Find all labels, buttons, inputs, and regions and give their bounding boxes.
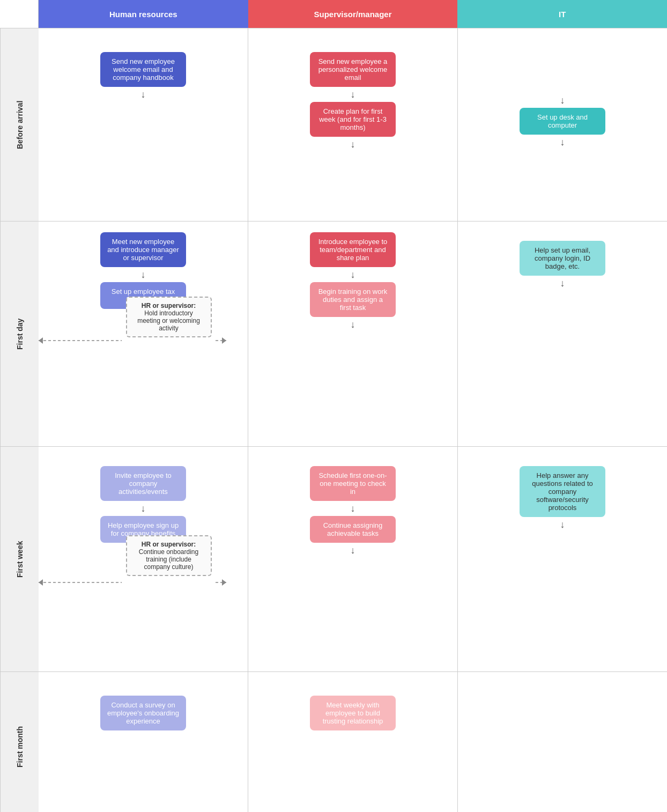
row-label-firstweek: First week: [0, 447, 39, 671]
row-label-before-text: Before arrival: [16, 100, 24, 149]
section-first-week: First week Invite employee to company ac…: [0, 446, 667, 671]
col-it-before: ↓ Set up desk and computer ↓: [458, 28, 667, 221]
arrow-sup-firstweek-2: ↓: [351, 543, 355, 558]
arrow-hr-firstweek-2: ↓: [141, 543, 146, 558]
box-it-before-1-text: Set up desk and computer: [537, 113, 588, 129]
col-sup-firstweek: Schedule first one-on-one meeting to che…: [248, 447, 458, 671]
row-label-firstday-text: First day: [16, 318, 24, 349]
box-sup-firstmonth-1-text: Meet weekly with employee to build trust…: [323, 701, 383, 725]
box-sup-firstmonth-1: Meet weekly with employee to build trust…: [310, 696, 396, 730]
col-it-firstday: Help set up email, company login, ID bad…: [458, 222, 667, 446]
header-hr-label: Human resources: [109, 10, 177, 19]
box-hr-before-1: Send new employee welcome email and comp…: [100, 52, 186, 87]
diagram-container: Human resources Supervisor/manager IT Be…: [0, 0, 667, 812]
box-sup-before-1: Send new employee a personalized welcome…: [310, 52, 396, 87]
header-sup-label: Supervisor/manager: [314, 10, 391, 19]
box-sup-firstweek-2: Continue assigning achievable tasks: [310, 516, 396, 543]
section-before-arrival: Before arrival Send new employee welcome…: [0, 28, 667, 221]
header-sup: Supervisor/manager: [248, 0, 458, 28]
box-hr-firstweek-2-text: Help employee sign up for company benefi…: [108, 521, 179, 537]
box-hr-firstweek-1-text: Invite employee to company activities/ev…: [115, 471, 172, 496]
row-label-before: Before arrival: [0, 28, 39, 221]
arrow-it-firstweek-1: ↓: [560, 517, 565, 532]
box-it-firstday-1-text: Help set up email, company login, ID bad…: [535, 246, 590, 270]
box-sup-firstweek-1: Schedule first one-on-one meeting to che…: [310, 466, 396, 501]
arrow-it-before-2: ↓: [560, 135, 565, 150]
arrow-hr-firstday-1: ↓: [141, 267, 146, 282]
box-it-firstweek-1: Help answer any questions related to com…: [520, 466, 605, 517]
col-sup-firstday: Introduce employee to team/department an…: [248, 222, 458, 446]
box-hr-firstmonth-1: Conduct a survey on employee's onboardin…: [100, 696, 186, 730]
arrow-sup-firstweek-1: ↓: [351, 501, 355, 516]
box-sup-before-2-text: Create plan for first week (and for firs…: [319, 107, 387, 131]
row-label-firstday: First day: [0, 222, 39, 446]
arrow-hr-firstweek-1: ↓: [141, 501, 146, 516]
box-hr-firstweek-2: Help employee sign up for company benefi…: [100, 516, 186, 543]
box-sup-firstweek-2-text: Continue assigning achievable tasks: [323, 521, 383, 537]
arrow-it-firstday-1: ↓: [560, 276, 565, 291]
col-sup-before: Send new employee a personalized welcome…: [248, 28, 458, 221]
row-label-firstmonth-text: First month: [16, 726, 24, 767]
header-it-label: IT: [559, 10, 566, 19]
box-it-firstday-1: Help set up email, company login, ID bad…: [520, 241, 605, 276]
col-it-firstweek: Help answer any questions related to com…: [458, 447, 667, 671]
col-hr-firstweek: Invite employee to company activities/ev…: [39, 447, 248, 671]
arrow-sup-firstday-2: ↓: [351, 317, 355, 332]
header-hr: Human resources: [39, 0, 248, 28]
box-sup-firstday-2-text: Begin training on work duties and assign…: [318, 287, 388, 312]
box-hr-firstday-1-text: Meet new employee and introduce manager …: [107, 238, 179, 262]
col-hr-firstmonth: Conduct a survey on employee's onboardin…: [39, 672, 248, 812]
box-hr-firstmonth-1-text: Conduct a survey on employee's onboardin…: [107, 701, 179, 725]
row-label-firstweek-text: First week: [16, 541, 24, 577]
box-sup-before-1-text: Send new employee a personalized welcome…: [318, 57, 388, 82]
col-hr-firstday: Meet new employee and introduce manager …: [39, 222, 248, 446]
section-first-day: First day Meet new employee and introduc…: [0, 221, 667, 446]
box-hr-before-1-text: Send new employee welcome email and comp…: [112, 57, 175, 82]
arrow-hr-firstday-2: ↓: [141, 309, 146, 324]
arrow-hr-before-1: ↓: [141, 87, 146, 102]
header-row: Human resources Supervisor/manager IT: [0, 0, 667, 28]
col-it-firstmonth: [458, 672, 667, 812]
box-it-firstweek-1-text: Help answer any questions related to com…: [532, 471, 592, 512]
box-sup-before-2: Create plan for first week (and for firs…: [310, 102, 396, 137]
arrow-sup-before-2: ↓: [351, 137, 355, 152]
box-hr-firstweek-1: Invite employee to company activities/ev…: [100, 466, 186, 501]
box-sup-firstweek-1-text: Schedule first one-on-one meeting to che…: [318, 471, 387, 496]
box-hr-firstday-1: Meet new employee and introduce manager …: [100, 232, 186, 267]
header-spacer: [0, 0, 39, 28]
row-label-firstmonth: First month: [0, 672, 39, 812]
section-first-month: First month Conduct a survey on employee…: [0, 671, 667, 812]
col-hr-before: Send new employee welcome email and comp…: [39, 28, 248, 221]
box-it-before-1: Set up desk and computer: [520, 108, 605, 135]
box-hr-firstday-2-text: Set up employee tax forms: [112, 287, 175, 304]
arrow-sup-before-1: ↓: [351, 87, 355, 102]
box-hr-firstday-2: Set up employee tax forms: [100, 282, 186, 309]
box-sup-firstday-1: Introduce employee to team/department an…: [310, 232, 396, 267]
header-it: IT: [457, 0, 667, 28]
arrow-it-before-down: ↓: [560, 93, 565, 108]
box-sup-firstday-2: Begin training on work duties and assign…: [310, 282, 396, 317]
arrow-sup-firstday-1: ↓: [351, 267, 355, 282]
box-sup-firstday-1-text: Introduce employee to team/department an…: [318, 238, 388, 262]
col-sup-firstmonth: Meet weekly with employee to build trust…: [248, 672, 458, 812]
